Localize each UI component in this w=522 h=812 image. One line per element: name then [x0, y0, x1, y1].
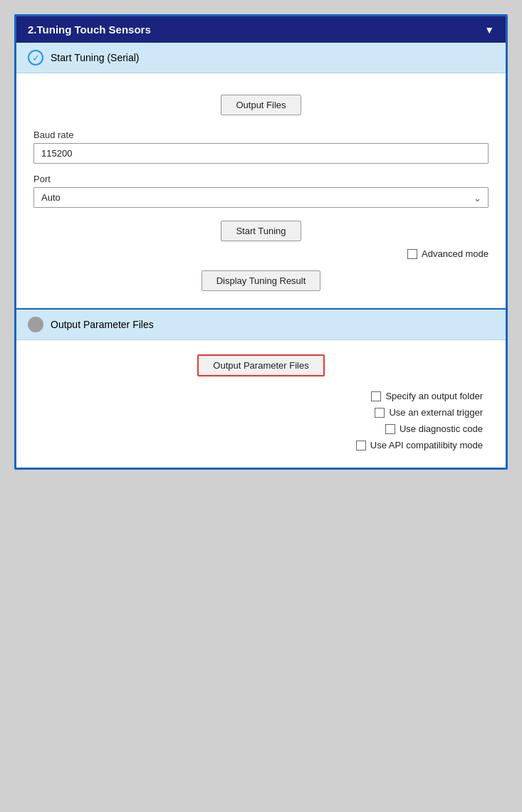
section2-body: Output Files Baud rate Port Auto COM1 CO… — [16, 73, 506, 310]
section2-header: 2.Tuning Touch Sensors ▼ — [16, 16, 506, 43]
checkbox-row-0: Specify an output folder — [371, 391, 483, 401]
advanced-mode-label[interactable]: Advanced mode — [422, 248, 489, 259]
check-circle-icon: ✓ — [28, 50, 43, 65]
checkbox-row-1: Use an external trigger — [375, 407, 483, 418]
dropdown-arrow-icon[interactable]: ▼ — [484, 24, 494, 36]
port-select[interactable]: Auto COM1 COM2 COM3 — [33, 187, 489, 208]
checkbox-row-2: Use diagnostic code — [385, 423, 483, 434]
checkboxes-list: Specify an output folder Use an external… — [33, 391, 489, 450]
port-select-wrapper: Auto COM1 COM2 COM3 ⌄ — [33, 187, 489, 208]
external-trigger-label: Use an external trigger — [389, 407, 483, 418]
output-param-header: Output Parameter Files — [16, 310, 506, 340]
start-tuning-row: Start Tuning — [33, 221, 489, 241]
checkbox-row-3: Use API compatilibity mode — [356, 440, 483, 450]
external-trigger-checkbox[interactable] — [375, 408, 385, 418]
diagnostic-code-checkbox[interactable] — [385, 424, 395, 434]
output-param-btn-row: Output Parameter Files — [33, 354, 489, 376]
specify-output-folder-label: Specify an output folder — [385, 391, 483, 401]
output-param-label: Output Parameter Files — [51, 319, 154, 330]
baud-rate-label: Baud rate — [33, 130, 489, 140]
diagnostic-code-label: Use diagnostic code — [400, 423, 483, 434]
display-tuning-result-button[interactable]: Display Tuning Result — [202, 270, 321, 291]
advanced-mode-checkbox[interactable] — [407, 249, 417, 259]
output-files-row: Output Files — [33, 95, 489, 115]
baud-rate-group: Baud rate — [33, 130, 489, 164]
start-tuning-button[interactable]: Start Tuning — [221, 221, 301, 241]
output-parameter-files-button[interactable]: Output Parameter Files — [197, 354, 324, 376]
baud-rate-input[interactable] — [33, 143, 489, 164]
section2-title: 2.Tuning Touch Sensors — [28, 23, 151, 36]
specify-output-folder-checkbox[interactable] — [371, 391, 381, 401]
start-tuning-serial-label: Start Tuning (Serial) — [51, 52, 140, 63]
advanced-mode-row: Advanced mode — [33, 248, 489, 259]
port-group: Port Auto COM1 COM2 COM3 ⌄ — [33, 174, 489, 208]
start-tuning-serial-header: ✓ Start Tuning (Serial) — [16, 43, 506, 73]
api-compatibility-label: Use API compatilibity mode — [370, 440, 483, 450]
api-compatibility-checkbox[interactable] — [356, 441, 366, 450]
main-panel: 2.Tuning Touch Sensors ▼ ✓ Start Tuning … — [14, 14, 508, 470]
display-tuning-row: Display Tuning Result — [33, 270, 489, 291]
port-label: Port — [33, 174, 489, 184]
output-files-button[interactable]: Output Files — [221, 95, 301, 115]
output-param-body: Output Parameter Files Specify an output… — [16, 340, 506, 468]
gray-circle-icon — [28, 317, 43, 332]
